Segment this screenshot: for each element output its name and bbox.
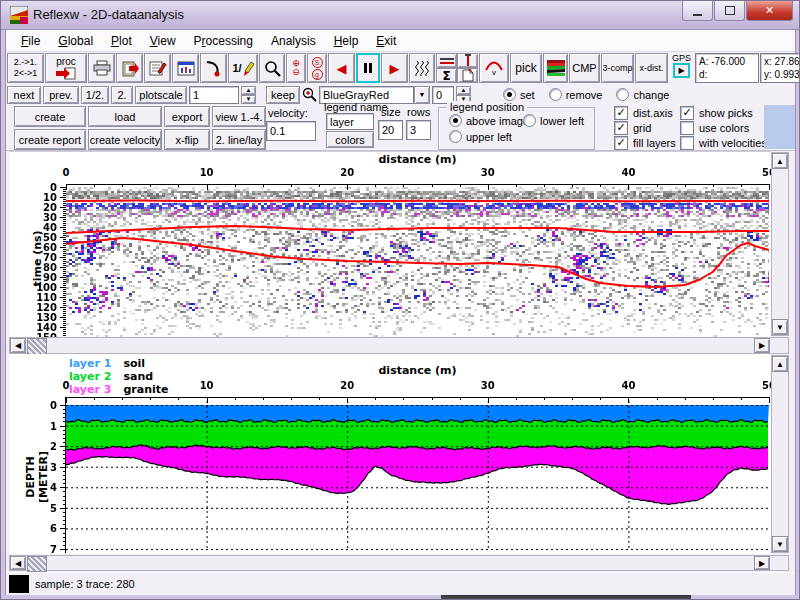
- lower-scroll-thumb[interactable]: [27, 556, 47, 572]
- upper-scroll-down-button[interactable]: ▼: [772, 319, 788, 335]
- menu-file[interactable]: File: [12, 32, 49, 50]
- x-tick: [94, 184, 95, 187]
- palette-dropdown-button[interactable]: ▼: [414, 86, 430, 104]
- export-clipboard-button[interactable]: [116, 53, 143, 83]
- three-comp-button[interactable]: 3-comp: [601, 53, 634, 83]
- pick-button[interactable]: pick: [510, 53, 542, 83]
- wiggle-mode-button[interactable]: [409, 53, 435, 83]
- create-button[interactable]: create: [14, 106, 86, 127]
- zoom-button[interactable]: [259, 53, 285, 83]
- checkbox-show-picks[interactable]: ✓show picks: [680, 106, 753, 120]
- legend-name-input[interactable]: layer: [326, 113, 374, 130]
- gps-play-button[interactable]: ▶: [673, 63, 690, 78]
- hyperbola-button[interactable]: v: [479, 53, 509, 83]
- colors-button[interactable]: colors: [326, 131, 374, 148]
- y-tick: [63, 233, 66, 234]
- maximize-button[interactable]: [714, 1, 745, 21]
- plotscale-up-button[interactable]: ▲: [241, 86, 256, 95]
- vline-marker-button[interactable]: [457, 53, 478, 68]
- proc-button[interactable]: proc: [45, 53, 87, 83]
- title-bar[interactable]: Reflexw - 2D-dataanalysis ✕: [1, 1, 800, 30]
- mode-radio-change[interactable]: change: [616, 88, 669, 101]
- lower-scroll-right-button[interactable]: ▶: [754, 556, 770, 570]
- menu-help[interactable]: Help: [325, 32, 368, 50]
- checkbox-fill-layers[interactable]: ✓fill layers: [614, 136, 676, 150]
- menu-global[interactable]: Global: [49, 32, 102, 50]
- new-page-button[interactable]: [457, 68, 478, 83]
- upper-scroll-left-button[interactable]: ◀: [10, 338, 26, 353]
- checkbox-grid[interactable]: ✓grid: [614, 121, 651, 135]
- rows-input[interactable]: 3: [406, 120, 431, 140]
- legend-position-lower-left[interactable]: lower left: [523, 114, 584, 127]
- zoom-in-out-button[interactable]: ⊕⊖: [286, 53, 306, 83]
- x-flip-button[interactable]: x-flip: [164, 129, 210, 150]
- upper-horizontal-scrollbar[interactable]: ◀ ▶: [9, 337, 789, 354]
- lower-horizontal-scrollbar[interactable]: ◀ ▶: [9, 555, 789, 571]
- half-view-button[interactable]: 1/2.: [81, 86, 109, 104]
- lower-vertical-scrollbar[interactable]: ▲ ▼: [771, 355, 789, 553]
- mode-radio-change-label: change: [633, 89, 669, 101]
- upper-scroll-up-button[interactable]: ▲: [772, 153, 788, 169]
- upper-vertical-scrollbar[interactable]: ▲ ▼: [771, 152, 789, 336]
- legend-position-upper-left[interactable]: upper left: [449, 130, 512, 143]
- second-line-lay-button[interactable]: 2. line/lay: [212, 129, 266, 150]
- plotscale-input[interactable]: 1: [189, 86, 239, 104]
- y-tick: [63, 211, 66, 212]
- one-over-edit-button[interactable]: 1/: [228, 53, 258, 83]
- radargram-canvas[interactable]: [66, 187, 769, 337]
- depth-model-canvas[interactable]: [66, 401, 769, 553]
- pause-icon: [364, 63, 367, 73]
- lower-scroll-up-button[interactable]: ▲: [772, 356, 788, 372]
- plotscale-down-button[interactable]: ▼: [241, 95, 256, 104]
- scale-sg-button[interactable]: S g: [307, 53, 327, 83]
- edit-button[interactable]: [144, 53, 171, 83]
- mode-radio-remove[interactable]: remove: [549, 88, 603, 101]
- menu-view[interactable]: View: [141, 32, 185, 50]
- minimize-button[interactable]: [682, 1, 713, 21]
- view-1-4-button[interactable]: view 1.-4.: [212, 106, 266, 127]
- y-tick: [63, 209, 66, 210]
- menu-processing[interactable]: Processing: [185, 32, 262, 50]
- sum-button[interactable]: Σ: [436, 68, 457, 83]
- y-tick: [63, 335, 66, 336]
- cmp-button[interactable]: CMP: [569, 53, 600, 83]
- checkbox-with-velocities[interactable]: with velocities: [680, 136, 767, 150]
- next-button[interactable]: next: [7, 86, 41, 104]
- upper-scroll-right-button[interactable]: ▶: [754, 338, 770, 353]
- load-button[interactable]: load: [88, 106, 162, 127]
- size-input[interactable]: 20: [378, 120, 403, 140]
- hline-marker-button[interactable]: [436, 53, 457, 68]
- x-tick: [207, 397, 208, 403]
- display-options-button[interactable]: [172, 53, 199, 83]
- trace-curve-button[interactable]: [200, 53, 227, 83]
- layer-up-button[interactable]: ▲: [456, 86, 471, 95]
- velocity-input[interactable]: 0.1: [266, 121, 316, 141]
- second-view-button[interactable]: 2.: [111, 86, 133, 104]
- radio-dot-icon: [503, 88, 516, 101]
- y-tick: [63, 331, 66, 332]
- pause-button[interactable]: [356, 53, 380, 83]
- mode-radio-set[interactable]: set: [503, 88, 535, 101]
- scroll-left-button[interactable]: ◀: [328, 53, 355, 83]
- create-velocity-button[interactable]: create velocity: [88, 129, 162, 150]
- plotscale-button[interactable]: plotscale: [135, 86, 187, 104]
- checkbox-use-colors[interactable]: use colors: [680, 121, 749, 135]
- keep-button[interactable]: keep: [266, 86, 300, 104]
- print-button[interactable]: [88, 53, 115, 83]
- close-button[interactable]: ✕: [746, 1, 793, 21]
- convert-2to1-button[interactable]: 2.->1. 2<->1: [7, 53, 44, 83]
- create-report-button[interactable]: create report: [14, 129, 86, 150]
- x-dist-button[interactable]: x-dist.: [635, 53, 668, 83]
- legend-position-above-image[interactable]: above image: [449, 114, 529, 127]
- lower-scroll-down-button[interactable]: ▼: [772, 536, 788, 552]
- menu-plot[interactable]: Plot: [102, 32, 141, 50]
- scroll-right-button[interactable]: ▶: [381, 53, 408, 83]
- upper-scroll-thumb[interactable]: [27, 338, 47, 355]
- menu-exit[interactable]: Exit: [367, 32, 405, 50]
- prev-button[interactable]: prev.: [43, 86, 79, 104]
- menu-analysis[interactable]: Analysis: [262, 32, 325, 50]
- checkbox-dist-axis[interactable]: ✓dist.axis: [614, 106, 673, 120]
- layer-show-button[interactable]: [543, 53, 568, 83]
- lower-scroll-left-button[interactable]: ◀: [10, 556, 26, 570]
- export-button[interactable]: export: [164, 106, 210, 127]
